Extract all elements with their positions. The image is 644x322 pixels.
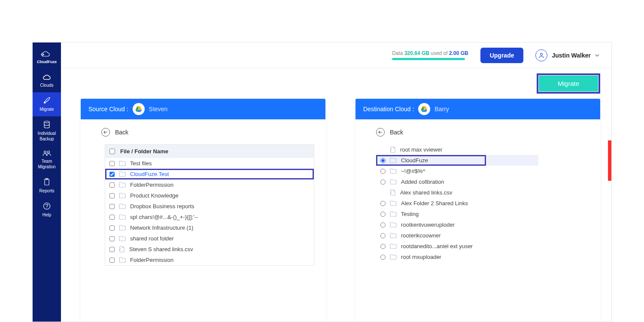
row-radio[interactable] <box>380 179 386 185</box>
select-all-checkbox[interactable] <box>109 149 115 154</box>
sidebar-item-reports[interactable]: Reports <box>33 174 61 198</box>
row-radio[interactable] <box>380 158 386 163</box>
brand-name: CloudFuze <box>37 60 57 64</box>
row-radio[interactable] <box>380 233 386 238</box>
file-row[interactable]: Test files <box>105 158 314 169</box>
usage-bar <box>392 58 465 60</box>
dest-row[interactable]: rooterikcoowner <box>376 230 589 241</box>
sidebar-item-clouds[interactable]: Clouds <box>33 70 61 92</box>
svg-point-1 <box>44 151 46 153</box>
row-label: CloudFuze.Test <box>130 171 169 177</box>
row-checkbox[interactable] <box>109 193 115 198</box>
dest-row[interactable]: root mxuploader <box>376 252 589 262</box>
row-label: root mxuploader <box>401 254 441 260</box>
row-radio[interactable] <box>380 169 386 174</box>
dest-row[interactable]: CloudFuze <box>376 155 486 166</box>
row-radio[interactable] <box>380 244 386 249</box>
row-checkbox[interactable] <box>109 204 115 209</box>
rocket-icon <box>43 97 51 104</box>
svg-point-7 <box>541 53 543 55</box>
row-radio[interactable] <box>380 201 386 206</box>
migrate-button[interactable]: Migrate <box>539 76 598 91</box>
row-label: Added collbration <box>401 179 444 185</box>
file-row[interactable]: FolderPermission <box>105 255 314 265</box>
source-body: Back File / Folder Name Test filesCloudF… <box>81 119 325 322</box>
gdrive-icon <box>418 103 430 115</box>
row-radio[interactable] <box>380 212 386 217</box>
file-row[interactable]: Steven S shared links.csv <box>105 244 314 255</box>
row-checkbox[interactable] <box>109 161 115 166</box>
used-value: 320.64 GB <box>404 50 429 56</box>
row-label: rootdanedito...aniel ext yuser <box>401 243 473 249</box>
row-label: Steven S shared links.csv <box>129 246 193 252</box>
row-label: Product Knowledge <box>130 192 179 199</box>
destination-panel: Destination Cloud : Barry Back <box>355 99 600 322</box>
row-label: rooterikcoowner <box>401 232 441 239</box>
action-bar: Migrate <box>61 68 611 94</box>
dest-row[interactable]: Testing <box>376 209 589 219</box>
folder-icon <box>390 233 397 238</box>
user-avatar-icon <box>535 49 547 61</box>
folder-icon <box>390 243 397 249</box>
row-checkbox[interactable] <box>109 225 115 231</box>
svg-point-0 <box>44 121 49 123</box>
upgrade-button[interactable]: Upgrade <box>480 48 524 63</box>
sidebar-item-label: Help <box>43 212 52 218</box>
dest-row[interactable]: Added collbration <box>376 176 589 187</box>
user-name: Justin Walker <box>552 52 591 59</box>
destination-file-list: root max vviewerCloudFuze~!@#$%^Added co… <box>376 144 589 262</box>
folder-icon <box>390 200 397 206</box>
storage-usage: Data 320.64 GB used of 2.00 GB <box>392 50 468 60</box>
file-row[interactable]: CloudFuze.Test <box>105 169 314 179</box>
row-label: FolderPermission <box>130 182 173 188</box>
row-checkbox[interactable] <box>109 258 115 263</box>
row-checkbox[interactable] <box>109 182 115 188</box>
row-checkbox[interactable] <box>109 247 115 252</box>
sidebar-item-label: Migrate <box>39 106 54 112</box>
main: Data 320.64 GB used of 2.00 GB Upgrade J… <box>61 43 611 322</box>
sidebar-item-label: Clouds <box>40 82 53 88</box>
row-checkbox[interactable] <box>109 172 115 177</box>
team-icon <box>43 150 51 156</box>
svg-point-2 <box>48 151 50 153</box>
file-row[interactable]: Dropbox Business reports <box>105 201 314 212</box>
source-back-button[interactable]: Back <box>101 128 314 137</box>
file-row[interactable]: FolderPermission <box>105 179 314 190</box>
folder-icon <box>119 225 126 231</box>
source-file-list: File / Folder Name Test filesCloudFuze.T… <box>105 144 314 266</box>
file-row[interactable]: spl chars!@#...&-()_+-}{[];'-- <box>105 212 314 222</box>
dest-row[interactable]: rootkentvuweruploder <box>376 219 589 230</box>
column-header: File / Folder Name <box>120 148 168 155</box>
folder-icon <box>390 158 397 163</box>
row-checkbox[interactable] <box>109 236 115 241</box>
folder-icon <box>390 254 397 260</box>
sidebar-item-migrate[interactable]: Migrate <box>33 92 61 116</box>
row-checkbox[interactable] <box>109 215 115 220</box>
row-radio[interactable] <box>380 255 386 260</box>
file-row[interactable]: Product Knowledge <box>105 190 314 201</box>
sidebar: CloudFuze Clouds Migrate Individual Back… <box>33 43 61 322</box>
dest-row[interactable]: Alex Folder 2 Shared Links <box>376 198 589 209</box>
dest-row[interactable]: Alex shared links.csv <box>376 187 589 198</box>
row-label: shared root folder <box>130 235 174 242</box>
row-label: ~!@#$%^ <box>401 168 425 174</box>
sidebar-item-label: Reports <box>39 188 54 194</box>
user-menu[interactable]: Justin Walker <box>535 49 599 61</box>
folder-icon <box>390 179 397 185</box>
dest-row[interactable]: root max vviewer <box>376 144 589 155</box>
file-icon <box>119 246 125 252</box>
usage-text: Data 320.64 GB used of 2.00 GB <box>392 50 468 56</box>
row-label: Testing <box>401 211 419 217</box>
file-row[interactable]: Network Infrastructure (1) <box>105 222 314 233</box>
file-row[interactable]: shared root folder <box>105 233 314 244</box>
dest-row[interactable]: ~!@#$%^ <box>376 166 589 176</box>
dest-row[interactable]: rootdanedito...aniel ext yuser <box>376 241 589 252</box>
sidebar-item-team-migration[interactable]: Team Migration <box>33 146 61 174</box>
folder-icon <box>119 257 126 263</box>
row-radio[interactable] <box>380 222 386 228</box>
cloudfuze-logo-icon <box>41 51 53 58</box>
destination-header: Destination Cloud : Barry <box>355 99 600 119</box>
sidebar-item-help[interactable]: Help <box>33 198 61 222</box>
sidebar-item-individual-backup[interactable]: Individual Backup <box>33 116 61 146</box>
destination-back-button[interactable]: Back <box>376 128 589 137</box>
